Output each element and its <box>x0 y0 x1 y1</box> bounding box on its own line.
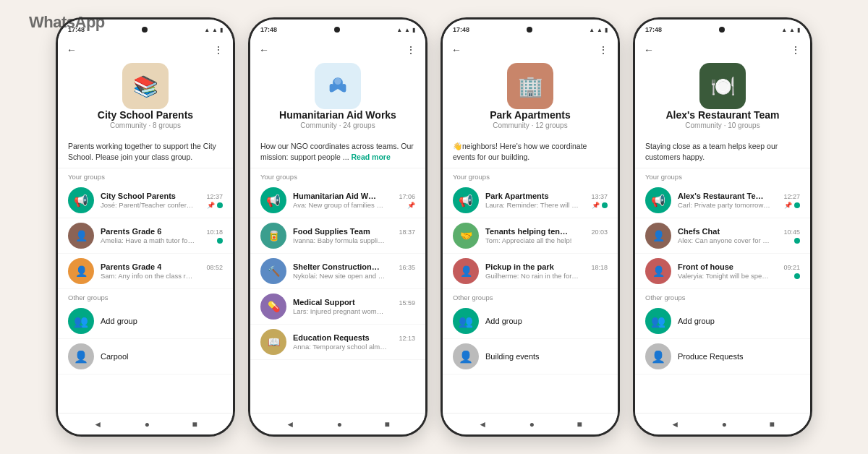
pin-icon: 📌 <box>207 202 215 209</box>
group-time: 12:27 <box>783 193 800 200</box>
group-preview: Nykolai: New site open and ready for ... <box>293 272 387 280</box>
group-item[interactable]: 📢 Humanitarian Aid Works 17:06 Ava: New … <box>250 183 425 218</box>
back-button[interactable]: ← <box>67 44 77 56</box>
group-item[interactable]: 🔨 Shelter Construction Team 16:35 Nykola… <box>250 254 425 289</box>
group-item[interactable]: 👤 Chefs Chat 10:45 Alex: Can anyone cove… <box>635 218 810 254</box>
group-time: 10:45 <box>783 228 800 236</box>
group-name: City School Parents <box>101 192 176 200</box>
group-preview: Amelia: Have a math tutor for the... <box>101 236 195 244</box>
unread-dot <box>602 202 608 208</box>
group-info: Food Supplies Team 18:37 Ivanna: Baby fo… <box>293 227 415 244</box>
other-group-avatar: 👤 <box>68 343 94 369</box>
pin-icon: 📌 <box>407 202 415 209</box>
home-nav-button[interactable]: ● <box>337 419 342 429</box>
group-preview: Valeryia: Tonight will be special! <box>678 272 772 280</box>
community-icon: 📚 <box>122 63 169 109</box>
group-item[interactable]: 👤 Front of house 09:21 Valeryia: Tonight… <box>635 254 810 289</box>
group-info: Pickup in the park 18:18 Guilherme: No r… <box>485 262 608 280</box>
your-groups-label: Your groups <box>443 168 618 183</box>
signal-icon: ▲ <box>789 27 795 33</box>
group-time: 12:13 <box>399 335 415 342</box>
home-nav-button[interactable]: ● <box>529 419 535 429</box>
group-preview: Lars: Injured pregnant woman in need... <box>293 307 387 315</box>
phone-3: 17:48 ▲ ▲ ▮ ← ⋮ 🏢 Park Apartments Commun… <box>441 17 620 437</box>
battery-icon: ▮ <box>797 27 800 33</box>
other-groups-label: Other groups <box>58 289 233 304</box>
recents-nav-button[interactable]: ■ <box>769 419 774 429</box>
community-meta: Community · 10 groups <box>685 121 760 129</box>
back-nav-button[interactable]: ◄ <box>478 419 487 429</box>
camera-notch <box>527 27 532 33</box>
group-preview: José: Parent/Teacher conferen... <box>101 201 195 209</box>
more-options-button[interactable]: ⋮ <box>406 44 417 56</box>
group-item[interactable]: 💊 Medical Support 15:59 Lars: Injured pr… <box>250 289 425 325</box>
group-preview: Ivanna: Baby formula supplies running ..… <box>293 236 387 244</box>
back-nav-button[interactable]: ◄ <box>671 419 679 429</box>
more-options-button[interactable]: ⋮ <box>791 44 801 56</box>
group-name: Food Supplies Team <box>293 227 370 236</box>
recents-nav-button[interactable]: ■ <box>576 419 582 429</box>
phones-container: 17:48 ▲ ▲ ▮ ← ⋮ 📚 City School Parents Co… <box>41 3 827 451</box>
pin-icon: 📌 <box>592 202 600 209</box>
back-button[interactable]: ← <box>259 44 269 56</box>
group-item[interactable]: 📢 Alex's Restaurant Team 12:27 Carl: Pri… <box>635 183 810 218</box>
community-icon <box>315 63 361 109</box>
your-groups-label: Your groups <box>250 168 425 183</box>
group-time: 13:37 <box>591 193 608 200</box>
group-time: 09:21 <box>783 264 800 271</box>
community-meta: Community · 12 groups <box>493 121 567 129</box>
other-group-item[interactable]: 👤 Carpool <box>58 339 233 374</box>
home-nav-button[interactable]: ● <box>145 419 150 429</box>
other-group-avatar: 👤 <box>645 343 671 369</box>
other-groups-label: Other groups <box>443 289 618 304</box>
group-item[interactable]: 👤 Parents Grade 6 10:18 Amelia: Have a m… <box>58 218 233 254</box>
other-group-item[interactable]: 👥 Add group <box>58 304 233 339</box>
back-button[interactable]: ← <box>644 44 654 56</box>
camera-notch <box>334 27 340 33</box>
back-nav-button[interactable]: ◄ <box>286 419 294 429</box>
add-group-avatar: 👥 <box>645 308 671 334</box>
back-button[interactable]: ← <box>451 44 461 56</box>
camera-notch <box>142 27 148 33</box>
read-more-link[interactable]: Read more <box>351 153 390 161</box>
pin-icon: 📌 <box>784 202 792 209</box>
status-time: 17:48 <box>453 26 469 33</box>
community-description: 👋neighbors! Here's how we coordinate eve… <box>443 137 618 168</box>
group-info: Park Apartments 13:37 Laura: Reminder: T… <box>485 192 608 209</box>
community-name: Humanitarian Aid Works <box>279 109 396 121</box>
other-group-item[interactable]: 👥 Add group <box>443 304 618 339</box>
more-options-button[interactable]: ⋮ <box>213 44 224 56</box>
group-item[interactable]: 📢 City School Parents 12:37 José: Parent… <box>58 183 233 218</box>
group-item[interactable]: 👤 Parents Grade 4 08:52 Sam: Any info on… <box>58 254 233 289</box>
camera-notch <box>719 27 725 33</box>
group-item[interactable]: 📖 Education Requests 12:13 Anna: Tempora… <box>250 325 425 360</box>
more-options-button[interactable]: ⋮ <box>598 44 609 56</box>
group-info: Chefs Chat 10:45 Alex: Can anyone cover … <box>678 227 800 244</box>
community-icon: 🏢 <box>507 63 553 109</box>
back-nav-button[interactable]: ◄ <box>93 419 102 429</box>
wifi-icon: ▲ <box>589 27 595 33</box>
recents-nav-button[interactable]: ■ <box>384 419 389 429</box>
battery-icon: ▮ <box>412 27 415 33</box>
group-info: Humanitarian Aid Works 17:06 Ava: New gr… <box>293 192 415 209</box>
group-time: 20:03 <box>591 228 608 236</box>
group-item[interactable]: 📢 Park Apartments 13:37 Laura: Reminder:… <box>443 183 618 218</box>
other-group-item[interactable]: 👤 Building events <box>443 339 618 374</box>
add-group-label: Add group <box>485 317 522 325</box>
signal-icon: ▲ <box>212 27 218 33</box>
wifi-icon: ▲ <box>396 27 402 33</box>
signal-icon: ▲ <box>404 27 410 33</box>
group-time: 18:37 <box>399 228 415 236</box>
group-item[interactable]: 🤝 Tenants helping tenants 20:03 Tom: App… <box>443 218 618 254</box>
recents-nav-button[interactable]: ■ <box>192 419 197 429</box>
unread-dot <box>794 238 800 244</box>
home-nav-button[interactable]: ● <box>722 419 727 429</box>
group-preview: Tom: Appreciate all the help! <box>485 236 571 244</box>
other-group-item[interactable]: 👥 Add group <box>635 304 810 339</box>
group-item[interactable]: 👤 Pickup in the park 18:18 Guilherme: No… <box>443 254 618 289</box>
group-name: Humanitarian Aid Works <box>293 192 380 200</box>
group-item[interactable]: 🥫 Food Supplies Team 18:37 Ivanna: Baby … <box>250 218 425 254</box>
community-name: Park Apartments <box>490 109 571 121</box>
other-group-item[interactable]: 👤 Produce Requests <box>635 339 810 374</box>
group-preview: Carl: Private party tomorrow in... <box>678 201 772 209</box>
